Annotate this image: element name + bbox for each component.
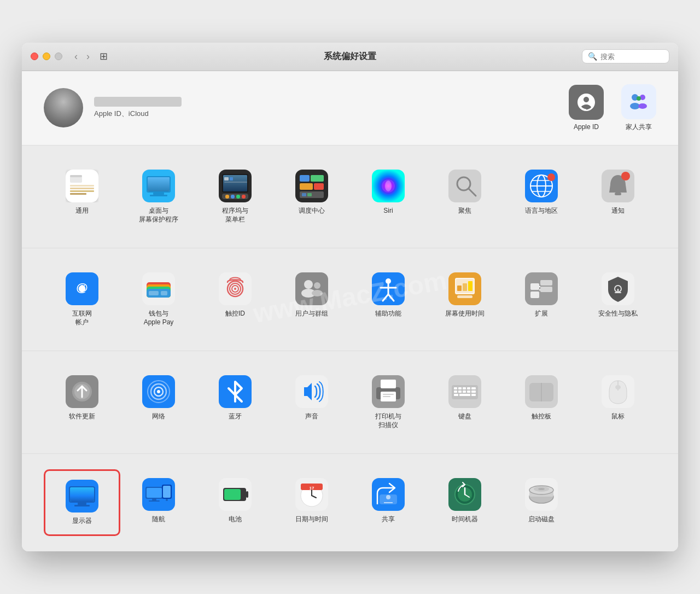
svg-point-40 — [385, 180, 392, 191]
pref-software[interactable]: 软件更新 — [44, 366, 120, 438]
pref-trackpad[interactable]: 触控板 — [503, 366, 580, 438]
svg-rect-26 — [225, 195, 229, 199]
svg-rect-124 — [471, 391, 476, 393]
svg-rect-37 — [307, 193, 312, 196]
family-icon — [621, 84, 656, 119]
svg-rect-144 — [149, 500, 160, 502]
apple-id-button[interactable]: Apple ID — [569, 85, 604, 131]
label-siri: Siri — [383, 207, 393, 216]
pref-dock[interactable]: 程序坞与菜单栏 — [197, 161, 273, 232]
profile-label[interactable]: Apple ID、iCloud — [94, 109, 182, 119]
profile-name — [94, 97, 182, 107]
svg-rect-146 — [163, 486, 171, 498]
pref-language[interactable]: 语言与地区 — [503, 161, 580, 232]
label-keyboard: 键盘 — [458, 412, 471, 421]
svg-rect-119 — [471, 387, 476, 389]
svg-rect-151 — [224, 489, 241, 500]
pref-desktop[interactable]: 桌面与屏幕保护程序 — [120, 161, 197, 232]
pref-screentime[interactable]: 屏幕使用时间 — [427, 264, 503, 335]
pref-network[interactable]: 网络 — [120, 366, 197, 438]
svg-rect-31 — [300, 175, 310, 182]
minimize-button[interactable] — [43, 53, 50, 60]
pref-accessibility[interactable]: 辅助功能 — [350, 264, 427, 335]
pref-users[interactable]: 用户与群组 — [273, 264, 350, 335]
maximize-button[interactable] — [55, 53, 62, 60]
svg-rect-8 — [70, 185, 94, 187]
family-label: 家人共享 — [626, 123, 652, 132]
pref-siri[interactable]: Siri — [350, 161, 427, 232]
svg-rect-23 — [230, 177, 233, 180]
label-security: 安全性与隐私 — [598, 310, 638, 318]
window-title: 系统偏好设置 — [324, 51, 376, 62]
pref-sidecar[interactable]: 随航 — [120, 469, 197, 536]
label-sidecar: 随航 — [152, 515, 165, 524]
svg-point-73 — [314, 282, 320, 289]
pref-sound[interactable]: 声音 — [273, 366, 350, 438]
close-button[interactable] — [31, 53, 38, 60]
svg-rect-28 — [236, 195, 240, 199]
svg-point-74 — [312, 290, 323, 296]
back-button[interactable]: ‹ — [71, 50, 81, 63]
svg-rect-7 — [70, 175, 82, 177]
pref-datetime[interactable]: 17 日期与时间 — [273, 469, 350, 536]
pref-wallet[interactable]: 钱包与Apple Pay — [120, 264, 197, 335]
svg-point-2 — [637, 96, 641, 101]
label-dock: 程序坞与菜单栏 — [222, 207, 248, 224]
profile-right: Apple ID 家人共享 — [569, 84, 656, 132]
svg-rect-89 — [530, 283, 539, 290]
svg-rect-10 — [70, 190, 94, 192]
profile-info: Apple ID、iCloud — [94, 97, 182, 119]
label-software: 软件更新 — [69, 412, 95, 421]
svg-rect-17 — [150, 195, 167, 196]
avatar[interactable] — [44, 88, 83, 127]
pref-security[interactable]: 安全性与隐私 — [580, 264, 656, 335]
forward-button[interactable]: › — [83, 50, 93, 63]
svg-rect-91 — [540, 287, 552, 292]
pref-internet[interactable]: @ 互联网帐户 — [44, 264, 120, 335]
svg-rect-29 — [242, 195, 246, 199]
svg-rect-110 — [381, 380, 396, 388]
label-sound: 声音 — [305, 412, 318, 421]
pref-touchid[interactable]: 触控ID — [197, 264, 273, 335]
search-box[interactable]: 🔍 — [582, 49, 669, 63]
label-printers: 打印机与扫描仪 — [375, 412, 401, 429]
svg-rect-117 — [463, 387, 466, 389]
pref-printers[interactable]: 打印机与扫描仪 — [350, 366, 427, 438]
pref-bluetooth[interactable]: 蓝牙 — [197, 366, 273, 438]
pref-extensions[interactable]: 扩展 — [503, 264, 580, 335]
svg-rect-41 — [448, 170, 481, 202]
svg-rect-52 — [615, 193, 621, 195]
pref-displays[interactable]: 显示器 — [44, 469, 120, 536]
grid-row-1: 通用 桌面与屏幕保 — [44, 161, 656, 232]
svg-rect-27 — [231, 195, 235, 199]
pref-mouse[interactable]: 鼠标 — [580, 366, 656, 438]
pref-startdisk[interactable]: 启动磁盘 — [503, 469, 580, 536]
pref-notification[interactable]: 通知 — [580, 161, 656, 232]
grid-row-3: 软件更新 网络 蓝牙 — [44, 366, 656, 438]
svg-point-4 — [638, 103, 647, 109]
section-second: @ 互联网帐户 钱包与Apple Pay — [22, 248, 678, 351]
pref-mission[interactable]: 调度中心 — [273, 161, 350, 232]
svg-point-172 — [538, 488, 545, 490]
svg-rect-137 — [70, 487, 94, 502]
search-input[interactable] — [600, 53, 663, 61]
apple-id-label: Apple ID — [574, 123, 599, 131]
svg-rect-126 — [459, 394, 470, 396]
svg-point-53 — [621, 172, 630, 180]
svg-text:@: @ — [76, 281, 88, 294]
svg-rect-63 — [149, 291, 159, 295]
pref-battery[interactable]: 电池 — [197, 469, 273, 536]
svg-point-160 — [386, 495, 390, 499]
pref-spotlight[interactable]: 聚焦 — [427, 161, 503, 232]
profile-section: Apple ID、iCloud Apple ID — [22, 71, 678, 145]
section-general: 通用 桌面与屏幕保 — [22, 145, 678, 248]
svg-point-104 — [157, 390, 160, 393]
label-accessibility: 辅助功能 — [375, 310, 401, 318]
profile-left: Apple ID、iCloud — [44, 88, 182, 127]
pref-timemachine[interactable]: 时间机器 — [427, 469, 503, 536]
pref-general[interactable]: 通用 — [44, 161, 120, 232]
pref-sharing[interactable]: 共享 — [350, 469, 427, 536]
pref-keyboard[interactable]: 键盘 — [427, 366, 503, 438]
family-sharing-button[interactable]: 家人共享 — [621, 84, 656, 132]
label-language: 语言与地区 — [525, 207, 558, 216]
